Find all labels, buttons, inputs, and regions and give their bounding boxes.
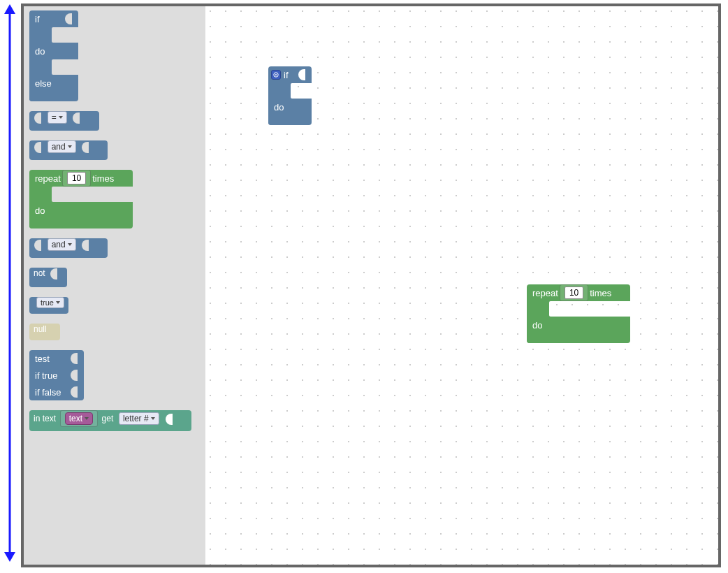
block-true[interactable]: true: [29, 297, 68, 314]
workspace-block-if-do[interactable]: if do: [268, 66, 312, 125]
dropdown-and-1[interactable]: and: [48, 140, 76, 153]
dropdown-letter-mode[interactable]: letter #: [119, 412, 159, 425]
label-get: get: [102, 414, 114, 423]
label-test: test: [35, 354, 50, 364]
block-not[interactable]: not: [29, 268, 67, 287]
gear-icon[interactable]: [271, 70, 281, 80]
label-in-text: in text: [34, 414, 56, 423]
label-ws-do-repeat: do: [532, 320, 542, 331]
label-repeat: repeat: [35, 173, 61, 184]
label-ws-times: times: [590, 288, 611, 298]
input-ws-repeat-count[interactable]: 10: [565, 286, 583, 299]
label-iffalse: if false: [35, 387, 61, 398]
label-ws-if: if: [284, 70, 289, 80]
svg-marker-1: [4, 4, 15, 14]
editor-frame: if do else = and rep: [0, 0, 728, 573]
label-do-repeat: do: [35, 205, 45, 216]
block-compare[interactable]: =: [29, 111, 99, 131]
svg-marker-2: [4, 552, 15, 562]
label-iftrue: if true: [35, 370, 58, 381]
workspace-block-repeat[interactable]: repeat 10 times do: [527, 284, 630, 343]
dropdown-compare-op[interactable]: =: [48, 111, 67, 124]
workspace[interactable]: if do repeat 10 times do: [205, 6, 718, 565]
label-null: null: [34, 324, 47, 334]
vertical-resize-arrow: [1, 4, 18, 562]
label-ws-do: do: [274, 102, 284, 113]
label-else: else: [35, 78, 52, 89]
toolbox[interactable]: if do else = and rep: [24, 6, 205, 565]
block-if-do-else[interactable]: if do else: [29, 10, 78, 101]
dropdown-true[interactable]: true: [36, 297, 64, 308]
block-test-iftrue-iffalse[interactable]: test if true if false: [29, 350, 84, 400]
block-repeat-times[interactable]: repeat 10 times do: [29, 170, 133, 229]
block-logic-and-1[interactable]: and: [29, 140, 108, 160]
label-if: if: [35, 14, 40, 24]
label-times: times: [92, 173, 114, 184]
block-null[interactable]: null: [29, 324, 60, 340]
dropdown-text-var[interactable]: text: [65, 412, 93, 425]
dropdown-and-2[interactable]: and: [48, 238, 76, 251]
block-logic-and-2[interactable]: and: [29, 238, 108, 258]
label-ws-repeat: repeat: [532, 288, 558, 298]
input-repeat-count[interactable]: 10: [67, 172, 86, 184]
block-in-text-get-letter[interactable]: in text text get letter #: [29, 410, 191, 431]
blockly-container: if do else = and rep: [21, 3, 721, 567]
label-not: not: [34, 268, 45, 278]
label-do: do: [35, 46, 45, 57]
svg-point-7: [275, 74, 277, 75]
